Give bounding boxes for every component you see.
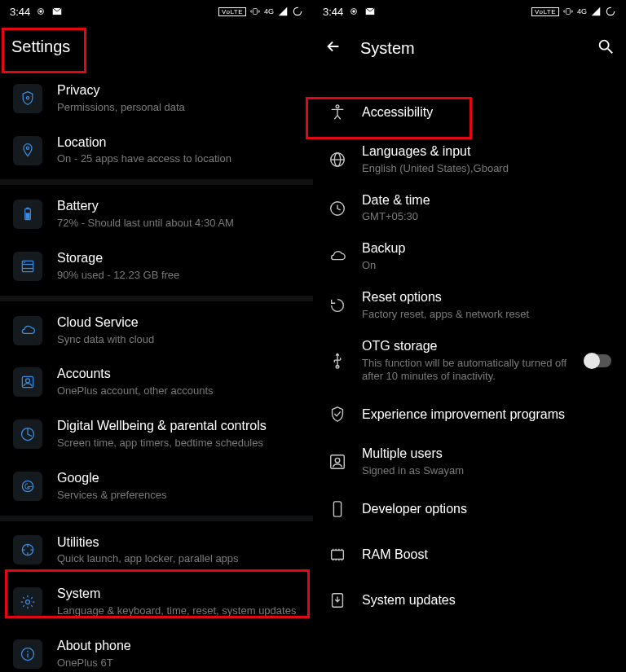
row-body: Experience improvement programs [362, 406, 611, 424]
page-title: System [360, 39, 415, 58]
update-icon [328, 591, 347, 610]
row-title: Reset options [362, 289, 611, 306]
cloud-icon [13, 316, 42, 345]
storage-icon [13, 252, 42, 281]
row-subtitle: Permissions, personal data [57, 101, 300, 115]
shield-icon [13, 84, 42, 113]
row-shield[interactable]: PrivacyPermissions, personal data [0, 72, 313, 125]
row-globe[interactable]: Languages & inputEnglish (United States)… [313, 135, 626, 184]
row-subtitle: Sync data with cloud [57, 333, 300, 347]
row-body: AccountsOnePlus account, other accounts [57, 366, 300, 398]
row-storage[interactable]: Storage90% used - 12.23 GB free [0, 240, 313, 292]
back-button[interactable] [324, 37, 342, 59]
toggle-usb[interactable] [584, 354, 611, 367]
row-clock[interactable]: Date & timeGMT+05:30 [313, 184, 626, 233]
status-bar: 3:44 VoLTE 4G [0, 0, 313, 23]
row-subtitle: This function will be automatically turn… [362, 357, 569, 384]
row-ram[interactable]: RAM Boost [313, 532, 626, 578]
row-subtitle: On [362, 259, 611, 273]
row-title: Date & time [362, 192, 611, 209]
row-utilities[interactable]: UtilitiesQuick launch, app locker, paral… [0, 525, 313, 577]
row-title: Experience improvement programs [362, 406, 611, 424]
highlight-settings [2, 28, 86, 73]
status-time: 3:44 [10, 6, 30, 18]
row-google[interactable]: GoogleServices & preferences [0, 460, 313, 512]
status-bar: 3:44 VoLTE 4G [313, 0, 626, 23]
cloud-icon [328, 247, 347, 266]
row-account[interactable]: AccountsOnePlus account, other accounts [0, 356, 313, 408]
record-icon [348, 6, 359, 17]
row-pin[interactable]: LocationOn - 25 apps have access to loca… [0, 125, 313, 177]
row-cloud[interactable]: Cloud ServiceSync data with cloud [0, 305, 313, 357]
row-usb[interactable]: OTG storageThis function will be automat… [313, 330, 626, 393]
volte-indicator: VoLTE [531, 7, 559, 16]
row-body: Storage90% used - 12.23 GB free [57, 250, 300, 283]
mail-icon [364, 6, 376, 17]
utilities-icon [13, 535, 42, 564]
row-wellbeing[interactable]: Digital Wellbeing & parental controlsScr… [0, 408, 313, 460]
system-header: System [313, 23, 626, 75]
row-title: Multiple users [362, 446, 611, 463]
row-title: Storage [57, 250, 300, 267]
row-body: System updates [362, 592, 611, 609]
row-users[interactable]: Multiple usersSigned in as Swayam [313, 437, 626, 486]
globe-icon [328, 150, 347, 169]
users-icon [328, 452, 347, 472]
row-subtitle: English (United States),Gboard [362, 162, 611, 176]
separator [0, 179, 313, 185]
vibrate-icon [562, 6, 574, 17]
row-body: PrivacyPermissions, personal data [57, 82, 300, 115]
row-subtitle: OnePlus account, other accounts [57, 384, 300, 398]
row-cloud[interactable]: BackupOn [313, 232, 626, 281]
row-title: About phone [57, 638, 300, 655]
reset-icon [328, 296, 347, 315]
row-title: Accounts [57, 366, 300, 383]
volte-indicator: VoLTE [218, 7, 246, 16]
row-update[interactable]: System updates [313, 578, 626, 623]
row-title: Languages & input [362, 143, 611, 160]
wellbeing-icon [13, 419, 42, 449]
row-info[interactable]: About phoneOnePlus 6T [0, 628, 313, 672]
network-type: 4G [264, 7, 274, 15]
row-body: LocationOn - 25 apps have access to loca… [57, 134, 300, 167]
row-subtitle: 72% - Should last until about 4:30 AM [57, 217, 300, 231]
row-title: Cloud Service [57, 314, 300, 332]
row-body: GoogleServices & preferences [57, 470, 300, 503]
system-list: AccessibilityLanguages & inputEnglish (U… [313, 90, 626, 623]
row-battery[interactable]: Battery72% - Should last until about 4:3… [0, 188, 313, 240]
usb-icon [328, 351, 347, 371]
row-title: Location [57, 134, 300, 152]
row-subtitle: On - 25 apps have access to location [57, 152, 300, 166]
status-time: 3:44 [323, 6, 343, 18]
battery-icon [13, 200, 42, 229]
row-body: Battery72% - Should last until about 4:3… [57, 198, 300, 231]
separator [0, 516, 313, 521]
row-body: RAM Boost [362, 547, 611, 564]
row-shieldchk[interactable]: Experience improvement programs [313, 392, 626, 437]
row-title: System updates [362, 592, 611, 609]
network-type: 4G [577, 7, 587, 15]
row-subtitle: Signed in as Swayam [362, 464, 611, 478]
row-body: Multiple usersSigned in as Swayam [362, 446, 611, 478]
row-title: Developer options [362, 501, 611, 518]
row-subtitle: 90% used - 12.23 GB free [57, 269, 300, 283]
record-icon [35, 6, 46, 17]
dev-icon [328, 499, 347, 519]
row-title: Google [57, 470, 300, 487]
row-title: Privacy [57, 82, 300, 99]
row-dev[interactable]: Developer options [313, 486, 626, 532]
row-body: Developer options [362, 501, 611, 518]
row-subtitle: GMT+05:30 [362, 210, 611, 224]
account-icon [13, 367, 42, 397]
search-button[interactable] [597, 37, 615, 59]
row-body: Digital Wellbeing & parental controlsScr… [57, 418, 300, 450]
row-reset[interactable]: Reset optionsFactory reset, apps & netwo… [313, 281, 626, 330]
signal-icon [590, 6, 602, 17]
signal-icon [277, 6, 289, 17]
row-title: Battery [57, 198, 300, 215]
row-title: OTG storage [362, 338, 569, 355]
row-body: About phoneOnePlus 6T [57, 638, 300, 670]
ram-icon [328, 545, 347, 564]
row-subtitle: Services & preferences [57, 489, 300, 503]
row-body: Date & timeGMT+05:30 [362, 192, 611, 225]
